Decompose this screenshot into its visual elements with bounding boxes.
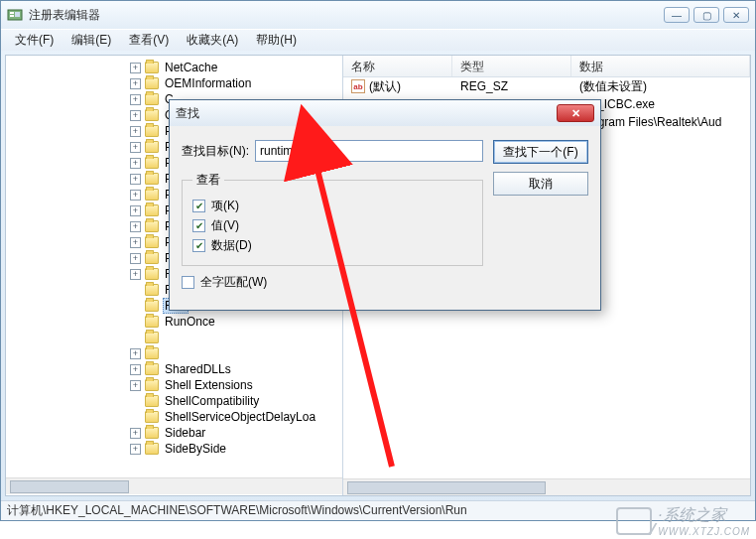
tree-label[interactable]: NetCache	[163, 61, 219, 74]
chk-values-row[interactable]: ✔ 值(V)	[192, 217, 472, 234]
tree-label[interactable]: Sidebar	[163, 426, 207, 440]
folder-icon	[145, 379, 159, 391]
close-button[interactable]: ✕	[723, 7, 749, 23]
find-dialog[interactable]: 查找 ✕ 查找目标(N): 查看 ✔ 项(K) ✔ 值(V) ✔ 数	[169, 99, 601, 311]
tree-label[interactable]: OEMInformation	[163, 76, 253, 90]
chk-whole-label: 全字匹配(W)	[200, 274, 267, 291]
tree-toggle-icon[interactable]: +	[130, 78, 141, 89]
window-title: 注册表编辑器	[29, 7, 664, 24]
tree-row[interactable]: +Shell Extensions	[6, 377, 342, 393]
svg-rect-2	[10, 15, 14, 17]
string-icon: ab	[351, 79, 365, 93]
tree-row[interactable]: ShellServiceObjectDelayLoa	[6, 409, 342, 425]
status-path: 计算机\HKEY_LOCAL_MACHINE\SOFTWARE\Microsof…	[7, 502, 467, 519]
folder-icon	[145, 300, 159, 312]
tree-label[interactable]: ShellCompatibility	[163, 394, 261, 408]
find-target-label: 查找目标(N):	[182, 143, 249, 160]
chk-data-row[interactable]: ✔ 数据(D)	[192, 237, 472, 254]
folder-icon	[145, 220, 159, 232]
tree-toggle-icon[interactable]: +	[130, 142, 141, 153]
titlebar[interactable]: 注册表编辑器 — ▢ ✕	[1, 1, 755, 29]
folder-icon	[145, 252, 159, 264]
tree-toggle-icon[interactable]: +	[130, 269, 141, 280]
find-target-input[interactable]	[255, 140, 483, 162]
chk-whole-row[interactable]: 全字匹配(W)	[182, 274, 483, 291]
tree-label[interactable]: SideBySide	[163, 442, 228, 456]
tree-label[interactable]: ShellServiceObjectDelayLoa	[163, 410, 317, 424]
tree-toggle-icon[interactable]: +	[130, 444, 141, 455]
folder-icon	[145, 427, 159, 439]
scrollbar-thumb[interactable]	[347, 481, 546, 494]
folder-icon	[145, 157, 159, 169]
folder-icon	[145, 316, 159, 328]
tree-toggle-icon[interactable]: +	[130, 158, 141, 169]
tree-hscrollbar[interactable]	[6, 477, 342, 494]
tree-toggle-icon[interactable]: +	[130, 205, 141, 216]
chk-data-label: 数据(D)	[211, 237, 252, 254]
tree-toggle-icon[interactable]: +	[130, 348, 141, 359]
tree-row[interactable]: ShellCompatibility	[6, 393, 342, 409]
cell-data: (数值未设置)	[571, 78, 750, 95]
dialog-title: 查找	[176, 105, 557, 122]
tree-toggle-icon[interactable]: +	[130, 63, 141, 73]
tree-toggle-icon[interactable]: +	[130, 380, 141, 391]
watermark-logo-icon	[616, 507, 652, 535]
tree-toggle-icon[interactable]: +	[130, 110, 141, 121]
tree-toggle-icon	[130, 412, 141, 423]
menu-favorites[interactable]: 收藏夹(A)	[179, 30, 246, 51]
tree-row[interactable]	[6, 330, 342, 345]
tree-toggle-icon[interactable]: +	[130, 190, 141, 201]
folder-icon	[145, 268, 159, 280]
tree-toggle-icon[interactable]: +	[130, 126, 141, 137]
chk-whole-box[interactable]	[182, 276, 194, 289]
tree-row[interactable]: RunOnce	[6, 314, 342, 330]
tree-toggle-icon[interactable]: +	[130, 428, 141, 439]
folder-icon	[145, 363, 159, 375]
tree-toggle-icon[interactable]: +	[130, 253, 141, 264]
tree-toggle-icon	[130, 285, 141, 296]
col-name[interactable]: 名称	[343, 56, 452, 76]
tree-row[interactable]: +SharedDLLs	[6, 361, 342, 377]
menu-file[interactable]: 文件(F)	[7, 30, 62, 51]
menu-edit[interactable]: 编辑(E)	[63, 30, 119, 51]
tree-label[interactable]: Shell Extensions	[163, 378, 255, 392]
tree-label[interactable]: SharedDLLs	[163, 362, 233, 376]
col-data[interactable]: 数据	[571, 56, 750, 76]
menu-view[interactable]: 查看(V)	[121, 30, 177, 51]
folder-icon	[145, 109, 159, 121]
dialog-titlebar[interactable]: 查找 ✕	[170, 100, 600, 126]
chk-keys-row[interactable]: ✔ 项(K)	[192, 198, 472, 214]
dialog-close-button[interactable]: ✕	[557, 104, 594, 122]
values-header[interactable]: 名称 类型 数据	[343, 56, 750, 77]
folder-icon	[145, 62, 159, 73]
tree-toggle-icon[interactable]: +	[130, 364, 141, 375]
tree-toggle-icon[interactable]: +	[130, 221, 141, 232]
menubar: 文件(F) 编辑(E) 查看(V) 收藏夹(A) 帮助(H)	[1, 29, 755, 51]
cancel-button[interactable]: 取消	[493, 172, 588, 196]
folder-icon	[145, 125, 159, 137]
tree-row[interactable]: +	[6, 345, 342, 361]
chk-data-box[interactable]: ✔	[192, 239, 205, 252]
maximize-button[interactable]: ▢	[693, 7, 719, 23]
values-hscrollbar[interactable]	[343, 478, 750, 495]
dialog-body: 查找目标(N): 查看 ✔ 项(K) ✔ 值(V) ✔ 数据(D)	[170, 126, 600, 310]
chk-keys-box[interactable]: ✔	[192, 200, 205, 212]
col-type[interactable]: 类型	[452, 56, 571, 76]
tree-label[interactable]: RunOnce	[163, 315, 217, 329]
chk-values-box[interactable]: ✔	[192, 219, 205, 232]
menu-help[interactable]: 帮助(H)	[248, 30, 305, 51]
find-next-button[interactable]: 查找下一个(F)	[493, 140, 588, 164]
scrollbar-thumb[interactable]	[10, 480, 129, 493]
tree-toggle-icon[interactable]: +	[130, 237, 141, 248]
tree-row[interactable]: +NetCache	[6, 60, 342, 75]
tree-row[interactable]: +Sidebar	[6, 425, 342, 441]
folder-icon	[145, 77, 159, 89]
tree-toggle-icon[interactable]: +	[130, 174, 141, 185]
folder-icon	[145, 443, 159, 455]
tree-row[interactable]: +SideBySide	[6, 441, 342, 457]
value-row[interactable]: ab(默认)REG_SZ(数值未设置)	[343, 77, 750, 95]
minimize-button[interactable]: —	[664, 7, 690, 23]
svg-rect-1	[10, 12, 14, 14]
tree-toggle-icon[interactable]: +	[130, 94, 141, 105]
tree-row[interactable]: +OEMInformation	[6, 75, 342, 91]
